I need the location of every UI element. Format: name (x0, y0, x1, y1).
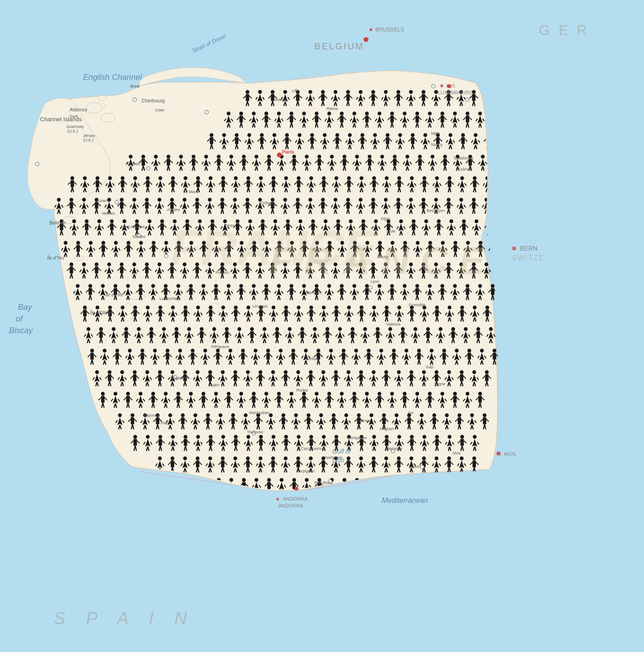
svg-point-40 (465, 98, 469, 101)
svg-text:Gap: Gap (426, 365, 433, 369)
svg-point-4 (100, 104, 105, 107)
svg-text:Biscay: Biscay (9, 326, 33, 335)
svg-point-21 (277, 153, 282, 157)
svg-text:Aurillac: Aurillac (305, 357, 319, 361)
svg-point-39 (432, 84, 435, 88)
svg-text:Caen: Caen (155, 108, 165, 112)
svg-point-30 (115, 200, 119, 204)
svg-text:Dole: Dole (387, 229, 396, 233)
svg-text:Toulouse: Toulouse (247, 430, 263, 434)
svg-text:Colmar: Colmar (458, 167, 471, 172)
svg-text:Limoges: Limoges (252, 304, 268, 308)
svg-text:■: ■ (276, 496, 279, 502)
svg-point-22 (364, 37, 368, 42)
svg-text:(U.K.): (U.K.) (67, 129, 78, 133)
svg-text:Paris: Paris (282, 149, 294, 154)
svg-text:■: ■ (498, 451, 501, 457)
svg-point-33 (369, 286, 372, 289)
svg-text:Aix: Aix (408, 410, 414, 415)
svg-text:Bourg: Bourg (377, 255, 388, 259)
svg-text:BRUSSELS: BRUSSELS (375, 26, 404, 33)
svg-text:Grenoble: Grenoble (409, 303, 425, 307)
svg-text:Île d'Oléron: Île d'Oléron (90, 310, 113, 315)
svg-text:Toulon: Toulon (409, 464, 421, 469)
svg-text:Perpignan: Perpignan (296, 469, 315, 473)
svg-point-27 (133, 98, 137, 101)
svg-text:Lyon: Lyon (371, 279, 379, 284)
svg-text:■: ■ (512, 244, 516, 252)
svg-text:Clermont: Clermont (305, 291, 322, 295)
svg-text:Montauban: Montauban (249, 410, 269, 415)
svg-text:Le Mans: Le Mans (183, 189, 199, 194)
svg-point-6 (129, 293, 145, 300)
svg-text:English Channel: English Channel (83, 73, 142, 82)
svg-text:Belle-Île: Belle-Île (49, 220, 66, 225)
svg-text:La Rochelle: La Rochelle (159, 296, 181, 301)
svg-text:of: of (16, 314, 23, 323)
svg-text:Rodez: Rodez (296, 388, 309, 392)
svg-text:FRANCE: FRANCE (171, 220, 378, 275)
svg-text:Île de Ré: Île de Ré (106, 292, 124, 297)
svg-text:Alderney: Alderney (70, 107, 87, 112)
svg-text:Port-Bou: Port-Bou (314, 480, 331, 485)
svg-text:Mediterranean: Mediterranean (382, 497, 428, 504)
svg-text:Orléans: Orléans (260, 201, 275, 205)
svg-text:Guernsey: Guernsey (66, 124, 84, 129)
svg-text:LUX.: LUX. (446, 84, 456, 88)
svg-point-3 (98, 95, 107, 101)
svg-text:BELGIUM: BELGIUM (314, 41, 364, 51)
map-container: FRANCE Strait of Dover Englis (0, 0, 644, 652)
svg-point-28 (205, 110, 208, 114)
svg-text:Nîmes: Nîmes (359, 419, 371, 423)
svg-text:Marseille: Marseille (386, 446, 402, 451)
svg-text:ANDORRA: ANDORRA (283, 496, 308, 502)
svg-point-7 (123, 303, 133, 321)
svg-text:G E R: G E R (539, 22, 589, 38)
svg-text:Île d'Yeu: Île d'Yeu (47, 255, 64, 260)
svg-text:Saint-Nazaire: Saint-Nazaire (120, 225, 145, 229)
svg-point-2 (101, 113, 115, 122)
svg-text:Bordeaux: Bordeaux (171, 376, 188, 380)
svg-text:Rennes: Rennes (126, 162, 140, 166)
svg-text:Gulf of: Gulf of (332, 448, 352, 455)
svg-text:Nice: Nice (453, 451, 461, 455)
svg-point-26 (35, 162, 39, 166)
svg-text:■: ■ (369, 26, 372, 33)
svg-text:Cherbourg: Cherbourg (141, 98, 165, 103)
svg-text:Angers: Angers (167, 207, 180, 212)
svg-text:BERN: BERN (520, 245, 538, 252)
svg-point-37 (420, 465, 424, 469)
svg-text:Valence: Valence (386, 322, 401, 326)
svg-text:Dijon: Dijon (381, 216, 390, 221)
svg-text:ANDORRA: ANDORRA (278, 503, 304, 508)
svg-text:Périgueux: Périgueux (211, 344, 229, 349)
svg-text:Nantes: Nantes (132, 234, 146, 239)
svg-text:Lorient: Lorient (97, 198, 109, 203)
svg-text:Strasbourg: Strasbourg (454, 156, 473, 160)
svg-point-8 (74, 256, 83, 261)
svg-text:■: ■ (440, 83, 443, 89)
svg-text:Digne: Digne (435, 382, 446, 386)
svg-text:Brest: Brest (130, 84, 140, 88)
svg-text:Agen: Agen (210, 383, 220, 387)
svg-text:Nancy: Nancy (431, 142, 443, 147)
svg-text:Montpellier: Montpellier (347, 436, 367, 440)
svg-text:Lille: Lille (292, 88, 299, 93)
svg-point-23 (295, 487, 298, 490)
svg-text:Narbonne: Narbonne (325, 455, 343, 460)
svg-text:Bay: Bay (18, 303, 32, 312)
svg-text:Jersey: Jersey (83, 133, 95, 138)
svg-text:Vannes: Vannes (101, 211, 115, 216)
svg-text:SWITZE: SWITZE (512, 254, 544, 262)
svg-point-1 (86, 102, 102, 113)
svg-text:Carcassonne: Carcassonne (301, 446, 325, 451)
svg-text:Besançon: Besançon (427, 208, 445, 213)
svg-point-29 (146, 167, 150, 170)
svg-text:Amiens: Amiens (273, 97, 287, 102)
svg-text:S P A I N: S P A I N (54, 609, 195, 628)
svg-text:Pau: Pau (161, 421, 168, 425)
svg-text:Avignon: Avignon (379, 427, 394, 431)
svg-text:Reims: Reims (326, 106, 338, 111)
svg-text:Bayonne: Bayonne (144, 413, 160, 418)
svg-text:Sark: Sark (70, 114, 78, 119)
